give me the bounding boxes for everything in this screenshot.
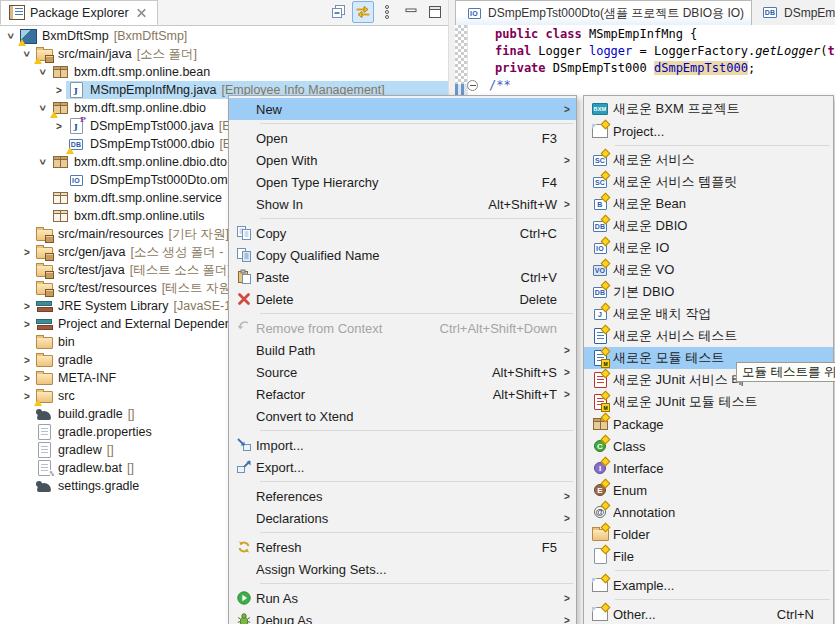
src-folder-icon [35,244,53,260]
menu-item-import[interactable]: Import... [229,434,576,456]
menu-item-label: Debug As [256,613,553,624]
dbio-basic-icon: DB [591,284,609,300]
collapsed-chevron-icon[interactable] [20,370,34,386]
expanded-chevron-icon[interactable] [35,155,51,169]
menu-item-open-with[interactable]: Open With [229,149,576,171]
menu-item-io[interactable]: IO새로운 IO [584,237,833,259]
menu-item-assign-working-sets[interactable]: Assign Working Sets... [229,558,576,580]
menu-item-4[interactable]: SC새로운 서비스 템플릿 [584,171,833,193]
menu-item-label: 새로운 DBIO [613,217,810,235]
tree-item-decoration: [BxmDftSmp] [114,29,188,43]
iofile-icon: IO [591,240,609,256]
menu-item-project[interactable]: Project... [584,120,833,142]
menu-item-interface[interactable]: IInterface [584,457,833,479]
text-file-icon [35,424,53,440]
menu-item-label: 새로운 서비스 테스트 [613,327,810,345]
collapse-all-icon [331,4,347,20]
menu-item-example[interactable]: Example... [584,574,833,596]
code-token: this [827,44,835,58]
menu-item-annotation[interactable]: @Annotation [584,501,833,523]
menu-item-folder[interactable]: Folder [584,523,833,545]
copy-qualified-icon [236,247,252,263]
menu-item-new[interactable]: New [229,98,576,120]
gradle-file-icon [35,406,53,422]
menu-item-open[interactable]: OpenF3 [229,127,576,149]
tree-item-label: src [58,389,75,403]
menu-item-enum[interactable]: EEnum [584,479,833,501]
menu-item-copy-qualified-name[interactable]: Copy Qualified Name [229,244,576,266]
menu-item-class[interactable]: CClass [584,435,833,457]
expanded-chevron-icon[interactable] [19,47,35,61]
maximize-icon [427,4,443,20]
gradle-file-icon [35,478,53,494]
menu-item-debug-as[interactable]: Debug As [229,609,576,624]
collapse-all-button[interactable] [328,1,350,23]
tree-item-bxm-dft-smp-online-bean[interactable]: bxm.dft.smp.online.bean [0,63,448,81]
menu-item-declarations[interactable]: Declarations [229,507,576,529]
menu-icon-spacer [232,560,256,578]
menu-item-run-as[interactable]: Run As [229,587,576,609]
tree-item-label: MSmpEmpInfMng.java [90,83,216,97]
tree-item-decoration: [테스트 자원 [162,280,231,297]
collapsed-chevron-icon[interactable] [20,316,34,332]
menu-item-delete[interactable]: DeleteDelete [229,288,576,310]
menu-item-export[interactable]: Export... [229,456,576,478]
menu-item-remove-from-context[interactable]: Remove from ContextCtrl+Alt+Shift+Down [229,317,576,339]
menu-item-source[interactable]: SourceAlt+Shift+S [229,361,576,383]
menu-icon-spacer [232,385,256,403]
maximize-button[interactable] [424,1,446,23]
import-icon [236,437,252,453]
menu-item-label: 새로운 서비스 템플릿 [613,173,810,191]
expanded-chevron-icon[interactable] [3,29,19,43]
tree-item-bxmdftsmp[interactable]: BxmDftSmp[BxmDftSmp] [0,27,448,45]
menu-item-refactor[interactable]: RefactorAlt+Shift+T [229,383,576,405]
menu-item-junit[interactable]: M새로운 JUnit 모듈 테스트 [584,391,833,413]
menu-item-references[interactable]: References [229,485,576,507]
batch-icon: J [591,306,609,322]
menu-item-3[interactable]: SC새로운 서비스 [584,149,833,171]
editor-tab-1[interactable]: DBDSmpEm [752,0,835,25]
menu-item-bean[interactable]: B새로운 Bean [584,193,833,215]
menu-item-11[interactable]: 새로운 서비스 테스트 [584,325,833,347]
expanded-chevron-icon[interactable] [35,65,51,79]
fold-collapse-icon[interactable] [467,80,478,91]
menu-item-dbio[interactable]: DB새로운 DBIO [584,215,833,237]
menu-item-copy[interactable]: CopyCtrl+C [229,222,576,244]
package-explorer-tab[interactable]: Package Explorer [0,0,158,25]
editor-tab-0[interactable]: IODSmpEmpTst000Dto(샘플 프로젝트 DBIO용 IO) [455,0,752,25]
submenu-arrow-icon [561,389,573,400]
collapsed-chevron-icon[interactable] [20,388,34,404]
collapsed-chevron-icon[interactable] [20,244,34,260]
menu-item-bxm[interactable]: BXM새로운 BXM 프로젝트 [584,98,833,120]
minimize-button[interactable] [400,1,422,23]
menu-item-open-type-hierarchy[interactable]: Open Type HierarchyF4 [229,171,576,193]
collapsed-chevron-icon[interactable] [20,352,34,368]
menu-item-dbio[interactable]: DB기본 DBIO [584,281,833,303]
bxm-icon: BXM [591,101,609,117]
view-menu-button[interactable] [376,1,398,23]
menu-item-refresh[interactable]: RefreshF5 [229,536,576,558]
menu-item-vo[interactable]: VO새로운 VO [584,259,833,281]
menu-item-other[interactable]: Other...Ctrl+N [584,603,833,624]
close-icon[interactable] [134,5,149,20]
collapsed-chevron-icon[interactable] [52,82,66,98]
tree-item-src-main-java[interactable]: src/main/java[소스 폴더] [0,45,448,63]
menu-item-show-in[interactable]: Show InAlt+Shift+W [229,193,576,215]
editor_db-icon: DB [761,5,779,21]
collapsed-chevron-icon[interactable] [52,118,66,134]
expanded-chevron-icon[interactable] [35,101,51,115]
menu-item-convert-to-xtend[interactable]: Convert to Xtend [229,405,576,427]
editor-tab-bar: IODSmpEmpTst000Dto(샘플 프로젝트 DBIO용 IO)DBDS… [455,0,835,26]
menu-item-label: Paste [256,270,517,285]
collapsed-chevron-icon[interactable] [20,298,34,314]
menu-item-10[interactable]: J새로운 배치 작업 [584,303,833,325]
annotation-ruler-highlight [455,84,467,95]
code-token: private [495,61,553,75]
link-with-editor-button[interactable] [352,1,374,23]
menu-item-paste[interactable]: PasteCtrl+V [229,266,576,288]
menu-item-label: 새로운 배치 작업 [613,305,810,323]
menu-item-package[interactable]: Package [584,413,833,435]
junit-doc-m-icon: M [591,394,609,410]
menu-item-file[interactable]: File [584,545,833,567]
menu-item-build-path[interactable]: Build Path [229,339,576,361]
